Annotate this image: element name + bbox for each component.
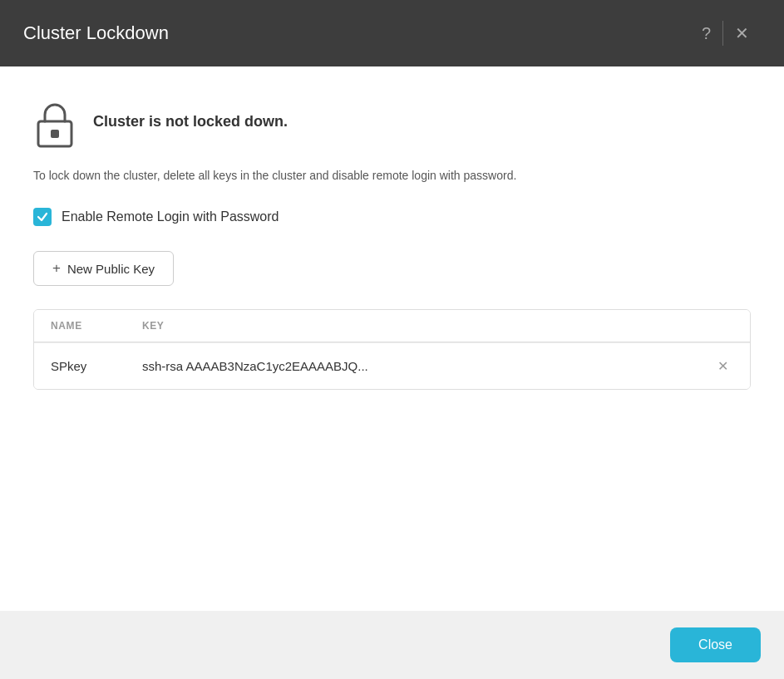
plus-icon: +: [52, 260, 61, 277]
dialog-footer: Close: [0, 611, 784, 679]
checkbox-row: Enable Remote Login with Password: [33, 208, 751, 226]
dialog-cluster-lockdown: Cluster Lockdown ? ✕ Cluster is not lock…: [0, 0, 784, 679]
dialog-title: Cluster Lockdown: [23, 22, 169, 44]
status-text: Cluster is not locked down.: [93, 113, 288, 130]
new-public-key-label: New Public Key: [67, 262, 155, 276]
dialog-body: Cluster is not locked down. To lock down…: [0, 66, 784, 611]
help-button[interactable]: ?: [690, 17, 722, 50]
row-key-value: ssh-rsa AAAAB3NzaC1yc2EAAAABJQ...: [142, 359, 713, 373]
new-public-key-button[interactable]: + New Public Key: [33, 251, 174, 286]
row-key-name: SPkey: [51, 359, 142, 373]
enable-remote-login-checkbox[interactable]: [33, 208, 52, 226]
dialog-close-button[interactable]: ✕: [723, 17, 761, 50]
table-header: NAME KEY: [34, 310, 750, 342]
header-actions: ? ✕: [690, 17, 761, 50]
footer-close-button[interactable]: Close: [670, 627, 761, 662]
column-header-name: NAME: [51, 320, 142, 332]
delete-key-button[interactable]: ✕: [713, 357, 733, 376]
description-text: To lock down the cluster, delete all key…: [33, 166, 751, 185]
checkbox-label: Enable Remote Login with Password: [62, 209, 279, 224]
lock-icon: [33, 100, 76, 143]
dialog-header: Cluster Lockdown ? ✕: [0, 0, 784, 66]
svg-rect-1: [51, 130, 59, 138]
table-row: SPkey ssh-rsa AAAAB3NzaC1yc2EAAAABJQ... …: [34, 342, 750, 389]
column-header-key: KEY: [142, 320, 733, 332]
status-row: Cluster is not locked down.: [33, 100, 751, 143]
keys-table: NAME KEY SPkey ssh-rsa AAAAB3NzaC1yc2EAA…: [33, 309, 751, 390]
